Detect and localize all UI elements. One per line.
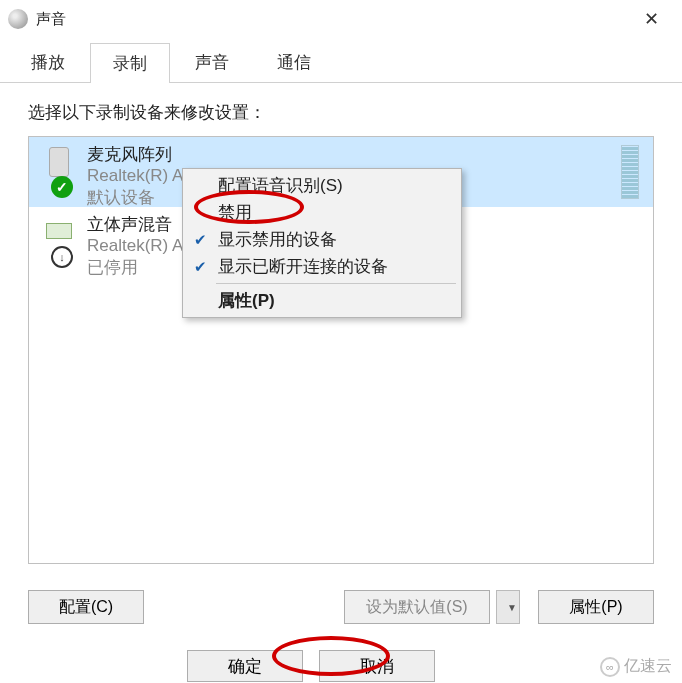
- menu-item-show-disconnected[interactable]: ✔ 显示已断开连接的设备: [186, 253, 458, 280]
- menu-item-show-disabled[interactable]: ✔ 显示禁用的设备: [186, 226, 458, 253]
- device-name: 麦克风阵列: [87, 143, 621, 166]
- tab-recording[interactable]: 录制: [90, 43, 170, 83]
- set-default-dropdown[interactable]: ▼: [496, 590, 520, 624]
- watermark: ∞ 亿速云: [600, 656, 672, 677]
- menu-item-disable[interactable]: 禁用: [186, 199, 458, 226]
- menu-item-properties[interactable]: 属性(P): [186, 287, 458, 314]
- tab-content: 选择以下录制设备来修改设置： ✓ 麦克风阵列 Realtek(R) Audio …: [0, 83, 682, 576]
- menu-label: 显示禁用的设备: [218, 228, 337, 251]
- menu-label: 属性(P): [218, 289, 275, 312]
- tab-communication[interactable]: 通信: [254, 42, 334, 82]
- watermark-text: 亿速云: [624, 656, 672, 677]
- check-icon: ✔: [194, 231, 207, 249]
- configure-button[interactable]: 配置(C): [28, 590, 144, 624]
- tab-strip: 播放 录制 声音 通信: [0, 38, 682, 83]
- menu-item-configure-speech[interactable]: 配置语音识别(S): [186, 172, 458, 199]
- watermark-icon: ∞: [600, 657, 620, 677]
- context-menu: 配置语音识别(S) 禁用 ✔ 显示禁用的设备 ✔ 显示已断开连接的设备 属性(P…: [182, 168, 462, 318]
- tab-playback[interactable]: 播放: [8, 42, 88, 82]
- check-icon: ✔: [194, 258, 207, 276]
- dialog-button-row: 确定 取消: [0, 638, 682, 682]
- menu-label: 禁用: [218, 201, 252, 224]
- button-label: 设为默认值(S): [366, 597, 467, 618]
- set-default-button[interactable]: 设为默认值(S): [344, 590, 490, 624]
- instruction-text: 选择以下录制设备来修改设置：: [28, 101, 654, 124]
- properties-button[interactable]: 属性(P): [538, 590, 654, 624]
- mixer-icon: ↓: [39, 213, 79, 268]
- sound-icon: [8, 9, 28, 29]
- cancel-button[interactable]: 取消: [319, 650, 435, 682]
- title-bar: 声音 ✕: [0, 0, 682, 38]
- lower-button-row: 配置(C) 设为默认值(S) ▼ 属性(P): [0, 576, 682, 638]
- level-meter: [621, 145, 639, 199]
- window-title: 声音: [36, 10, 628, 29]
- menu-separator: [216, 283, 456, 284]
- microphone-icon: ✓: [39, 143, 79, 198]
- close-button[interactable]: ✕: [628, 4, 674, 34]
- menu-label: 显示已断开连接的设备: [218, 255, 388, 278]
- menu-label: 配置语音识别(S): [218, 174, 343, 197]
- stopped-icon: ↓: [51, 246, 73, 268]
- chevron-down-icon: ▼: [507, 602, 517, 613]
- tab-sound[interactable]: 声音: [172, 42, 252, 82]
- check-ok-icon: ✓: [51, 176, 73, 198]
- ok-button[interactable]: 确定: [187, 650, 303, 682]
